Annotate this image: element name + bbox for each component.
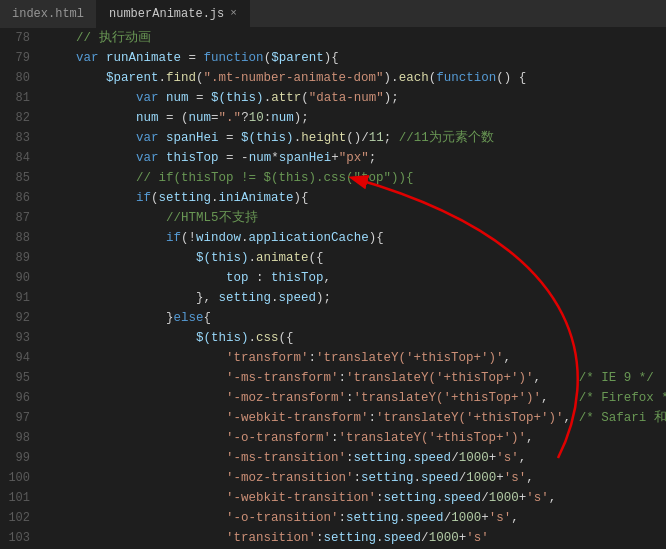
line-num-97: 97: [4, 408, 30, 428]
line-num-82: 82: [4, 108, 30, 128]
code-line-83: var spanHei = $(this).height()/11; //11为…: [46, 128, 666, 148]
code-line-102: '-o-transition':setting.speed/1000+'s',: [46, 508, 666, 528]
code-line-86: if(setting.iniAnimate){: [46, 188, 666, 208]
tab-close-icon[interactable]: ×: [230, 8, 237, 19]
line-num-100: 100: [4, 468, 30, 488]
line-num-83: 83: [4, 128, 30, 148]
tab-index[interactable]: index.html: [0, 0, 97, 28]
line-num-86: 86: [4, 188, 30, 208]
line-num-81: 81: [4, 88, 30, 108]
line-num-94: 94: [4, 348, 30, 368]
line-num-93: 93: [4, 328, 30, 348]
tab-index-label: index.html: [12, 7, 84, 21]
code-line-84: var thisTop = -num*spanHei+"px";: [46, 148, 666, 168]
line-num-103: 103: [4, 528, 30, 548]
line-num-90: 90: [4, 268, 30, 288]
editor: 78 79 80 81 82 83 84 85 86 87 88 89 90 9…: [0, 28, 666, 549]
line-num-96: 96: [4, 388, 30, 408]
line-numbers: 78 79 80 81 82 83 84 85 86 87 88 89 90 9…: [0, 28, 38, 549]
code-line-97: '-webkit-transform':'translateY('+thisTo…: [46, 408, 666, 428]
code-line-89: $(this).animate({: [46, 248, 666, 268]
line-num-91: 91: [4, 288, 30, 308]
code-content: // 执行动画 var runAnimate = function($paren…: [38, 28, 666, 549]
line-num-87: 87: [4, 208, 30, 228]
code-line-95: '-ms-transform':'translateY('+thisTop+')…: [46, 368, 666, 388]
line-num-98: 98: [4, 428, 30, 448]
code-line-88: if(!window.applicationCache){: [46, 228, 666, 248]
code-line-94: 'transform':'translateY('+thisTop+')',: [46, 348, 666, 368]
code-line-87: //HTML5不支持: [46, 208, 666, 228]
code-line-98: '-o-transform':'translateY('+thisTop+')'…: [46, 428, 666, 448]
code-line-103: 'transition':setting.speed/1000+'s': [46, 528, 666, 548]
line-num-79: 79: [4, 48, 30, 68]
line-num-89: 89: [4, 248, 30, 268]
line-num-101: 101: [4, 488, 30, 508]
code-line-101: '-webkit-transition':setting.speed/1000+…: [46, 488, 666, 508]
code-line-91: }, setting.speed);: [46, 288, 666, 308]
code-line-79: var runAnimate = function($parent){: [46, 48, 666, 68]
line-num-84: 84: [4, 148, 30, 168]
code-line-100: '-moz-transition':setting.speed/1000+'s'…: [46, 468, 666, 488]
tab-bar: index.html numberAnimate.js ×: [0, 0, 666, 28]
tab-number-animate-label: numberAnimate.js: [109, 7, 224, 21]
line-num-85: 85: [4, 168, 30, 188]
line-num-78: 78: [4, 28, 30, 48]
line-num-99: 99: [4, 448, 30, 468]
line-num-95: 95: [4, 368, 30, 388]
line-num-92: 92: [4, 308, 30, 328]
code-line-80: $parent.find(".mt-number-animate-dom").e…: [46, 68, 666, 88]
code-line-85: // if(thisTop != $(this).css("top")){: [46, 168, 666, 188]
code-line-81: var num = $(this).attr("data-num");: [46, 88, 666, 108]
tab-number-animate[interactable]: numberAnimate.js ×: [97, 0, 250, 28]
line-num-88: 88: [4, 228, 30, 248]
line-num-102: 102: [4, 508, 30, 528]
code-line-78: // 执行动画: [46, 28, 666, 48]
code-line-82: num = (num="."?10:num);: [46, 108, 666, 128]
code-line-90: top : thisTop,: [46, 268, 666, 288]
code-line-96: '-moz-transform':'translateY('+thisTop+'…: [46, 388, 666, 408]
code-line-93: $(this).css({: [46, 328, 666, 348]
code-line-92: }else{: [46, 308, 666, 328]
code-line-99: '-ms-transition':setting.speed/1000+'s',: [46, 448, 666, 468]
line-num-80: 80: [4, 68, 30, 88]
